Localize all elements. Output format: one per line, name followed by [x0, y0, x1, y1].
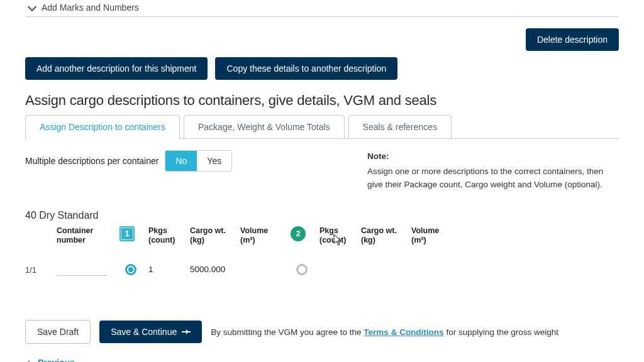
volume-1-value[interactable] — [240, 270, 284, 270]
tabs: Assign Description to containers Package… — [25, 115, 619, 139]
marks-numbers-toggle[interactable]: Add Marks and Numbers — [25, 0, 619, 17]
assign-desc1-radio[interactable] — [125, 264, 136, 275]
toggle-no[interactable]: No — [165, 151, 197, 171]
header-container-number: Container number — [57, 226, 113, 246]
header-pkgs-1: Pkgs (count) — [148, 226, 184, 246]
section-title: Assign cargo descriptions to containers,… — [25, 92, 619, 109]
add-another-description-button[interactable]: Add another description for this shipmen… — [25, 57, 208, 80]
header-volume-2: Volume (m³) — [411, 226, 455, 246]
note-text: Assign one or more descriptions to the c… — [367, 167, 603, 189]
row-index: 1/1 — [25, 265, 50, 275]
toggle-yes[interactable]: Yes — [197, 151, 231, 171]
copy-details-button[interactable]: Copy these details to another descriptio… — [215, 57, 397, 80]
header-cargo-wt-2: Cargo wt. (kg) — [361, 226, 405, 246]
cargo-wt-1-value[interactable]: 5000.000 — [190, 265, 234, 275]
terms-link[interactable]: Terms & Conditions — [364, 327, 443, 337]
save-continue-label: Save & Continue — [111, 327, 177, 337]
delete-description-button[interactable]: Delete description — [526, 28, 619, 51]
tab-seals-references[interactable]: Seals & references — [348, 115, 452, 138]
multiple-descriptions-label: Multiple descriptions per container — [25, 156, 158, 166]
cargo-wt-2-value[interactable] — [361, 270, 405, 270]
description-badge-2: 2 — [291, 226, 306, 241]
tab-assign-description[interactable]: Assign Description to containers — [25, 115, 180, 138]
save-draft-button[interactable]: Save Draft — [25, 320, 91, 344]
container-type-label: 40 Dry Standard — [25, 210, 619, 221]
previous-link[interactable]: Previous — [25, 358, 75, 362]
previous-label: Previous — [38, 358, 75, 362]
chevron-down-icon — [28, 3, 36, 11]
pkgs-2-value[interactable] — [319, 270, 355, 270]
header-volume-1: Volume (m³) — [240, 226, 284, 246]
save-continue-button[interactable]: Save & Continue — [99, 321, 202, 343]
submit-prefix: By submitting the VGM you agree to the — [211, 327, 364, 337]
submit-suffix: for supplying the gross weight — [444, 327, 558, 337]
description-badge-1: 1 — [119, 226, 135, 241]
pkgs-1-value[interactable]: 1 — [148, 265, 184, 275]
tab-package-totals[interactable]: Package, Weight & Volume Totals — [184, 115, 345, 138]
header-pkgs-2: Pkgs (count) — [319, 226, 355, 246]
volume-2-value[interactable] — [411, 270, 455, 270]
multiple-descriptions-toggle: No Yes — [165, 150, 232, 172]
marks-numbers-label: Add Marks and Numbers — [42, 3, 139, 13]
submit-disclaimer: By submitting the VGM you agree to the T… — [211, 327, 558, 337]
note-label: Note: — [367, 150, 619, 163]
container-number-input[interactable] — [57, 263, 107, 276]
assign-desc2-radio[interactable] — [296, 264, 308, 275]
header-cargo-wt-1: Cargo wt. (kg) — [190, 226, 234, 246]
arrow-right-icon — [182, 331, 191, 332]
